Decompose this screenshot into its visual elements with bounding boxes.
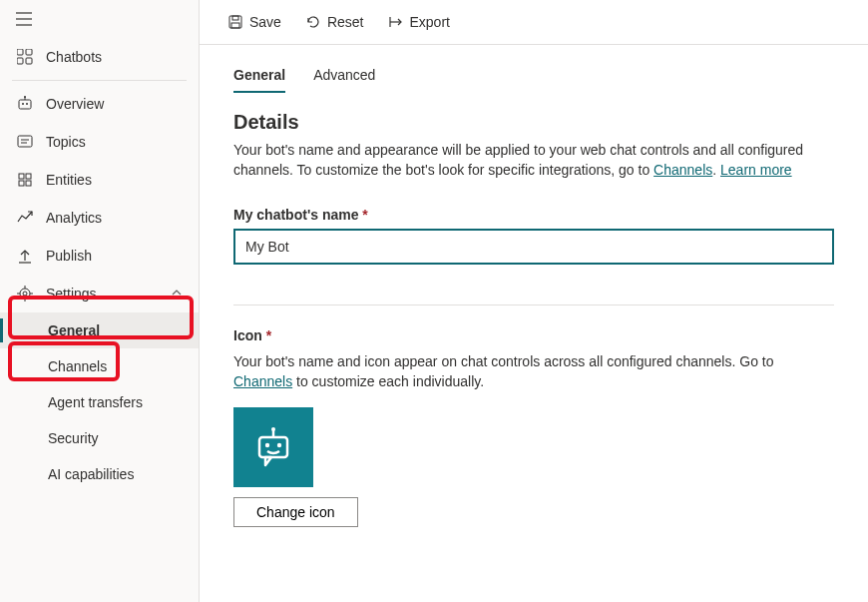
details-description: Your bot's name and appearance will be a… [233, 140, 834, 181]
tab-general-label: General [233, 67, 285, 83]
sidebar-sub-agent-transfers[interactable]: Agent transfers [0, 384, 199, 420]
svg-rect-6 [26, 58, 32, 64]
required-asterisk: * [266, 327, 271, 343]
export-button[interactable]: Export [378, 8, 460, 36]
divider [12, 80, 187, 81]
save-icon [227, 14, 243, 30]
sidebar-sub-label-general: General [48, 322, 100, 338]
bot-name-input[interactable] [233, 229, 834, 265]
sidebar-sub-label-agent-transfers: Agent transfers [48, 394, 143, 410]
sidebar-label-analytics: Analytics [46, 210, 102, 226]
tab-advanced-label: Advanced [313, 67, 375, 83]
sidebar-label-settings: Settings [46, 286, 97, 301]
sidebar-item-overview[interactable]: Overview [0, 85, 199, 123]
hamburger-menu[interactable] [0, 0, 199, 38]
learn-more-link[interactable]: Learn more [720, 162, 792, 178]
sidebar-label-publish: Publish [46, 248, 92, 264]
icon-desc-text1: Your bot's name and icon appear on chat … [233, 353, 774, 369]
hamburger-icon [16, 12, 32, 26]
svg-rect-3 [17, 49, 23, 55]
gear-icon [16, 285, 34, 302]
bot-icon [16, 95, 34, 113]
name-label-text: My chatbot's name [233, 207, 362, 223]
svg-point-21 [20, 289, 30, 299]
svg-point-36 [277, 443, 281, 447]
change-icon-button[interactable]: Change icon [233, 497, 358, 527]
export-label: Export [410, 14, 450, 30]
sidebar-item-analytics[interactable]: Analytics [0, 199, 199, 237]
svg-point-22 [23, 292, 27, 296]
sidebar-sub-security[interactable]: Security [0, 420, 199, 456]
save-button[interactable]: Save [217, 8, 291, 36]
tab-general[interactable]: General [233, 63, 285, 93]
toolbar: Save Reset Export [200, 0, 868, 45]
icon-desc-text2: to customize each individually. [292, 373, 484, 389]
export-icon [388, 14, 404, 30]
svg-point-11 [26, 103, 28, 105]
svg-rect-7 [19, 100, 31, 109]
sidebar-label-chatbots: Chatbots [46, 49, 102, 65]
grid-icon [16, 48, 34, 66]
details-heading: Details [233, 111, 834, 134]
svg-point-35 [265, 443, 269, 447]
sidebar-sub-label-security: Security [48, 430, 99, 446]
icon-field-label: Icon * [233, 327, 834, 343]
required-asterisk: * [362, 207, 367, 223]
svg-marker-37 [265, 457, 271, 465]
sidebar: Chatbots Overview Topics Entities [0, 0, 200, 602]
sidebar-sub-ai-capabilities[interactable]: AI capabilities [0, 456, 199, 492]
svg-rect-5 [17, 58, 23, 64]
svg-rect-16 [26, 174, 31, 179]
change-icon-label: Change icon [256, 504, 335, 520]
icon-label-text: Icon [233, 327, 266, 343]
sidebar-label-overview: Overview [46, 96, 104, 112]
reset-label: Reset [327, 14, 364, 30]
name-field-label: My chatbot's name * [233, 207, 834, 223]
svg-rect-12 [18, 136, 32, 147]
svg-rect-17 [19, 181, 24, 186]
main-content: Save Reset Export General [200, 0, 868, 602]
sidebar-item-publish[interactable]: Publish [0, 237, 199, 275]
svg-point-10 [22, 103, 24, 105]
channels-link[interactable]: Channels [653, 162, 712, 178]
channels-link-2[interactable]: Channels [233, 373, 292, 389]
svg-point-9 [24, 96, 26, 98]
analytics-icon [16, 209, 34, 227]
svg-point-34 [271, 427, 275, 431]
svg-rect-18 [26, 181, 31, 186]
bot-avatar-icon [249, 423, 297, 471]
details-sep: . [712, 162, 720, 178]
sidebar-sub-label-channels: Channels [48, 358, 107, 374]
save-label: Save [249, 14, 281, 30]
tabs: General Advanced [233, 63, 834, 93]
tab-advanced[interactable]: Advanced [313, 63, 375, 93]
entities-icon [16, 171, 34, 189]
sidebar-item-topics[interactable]: Topics [0, 123, 199, 161]
section-divider [233, 304, 834, 305]
chevron-up-icon [171, 286, 183, 301]
sidebar-label-entities: Entities [46, 172, 92, 188]
reset-button[interactable]: Reset [295, 8, 374, 36]
svg-rect-15 [19, 174, 24, 179]
sidebar-sub-label-ai: AI capabilities [48, 466, 134, 482]
sidebar-item-settings[interactable]: Settings [0, 275, 199, 312]
icon-description: Your bot's name and icon appear on chat … [233, 351, 834, 392]
reset-icon [305, 14, 321, 30]
bot-icon-preview [233, 407, 313, 487]
svg-rect-4 [26, 49, 32, 55]
sidebar-item-entities[interactable]: Entities [0, 161, 199, 199]
publish-icon [16, 247, 34, 265]
topics-icon [16, 133, 34, 151]
svg-rect-28 [232, 16, 238, 20]
sidebar-sub-general[interactable]: General [0, 312, 199, 348]
sidebar-label-topics: Topics [46, 134, 86, 150]
svg-rect-29 [231, 23, 239, 28]
sidebar-sub-channels[interactable]: Channels [0, 348, 199, 384]
sidebar-item-chatbots[interactable]: Chatbots [0, 38, 199, 76]
